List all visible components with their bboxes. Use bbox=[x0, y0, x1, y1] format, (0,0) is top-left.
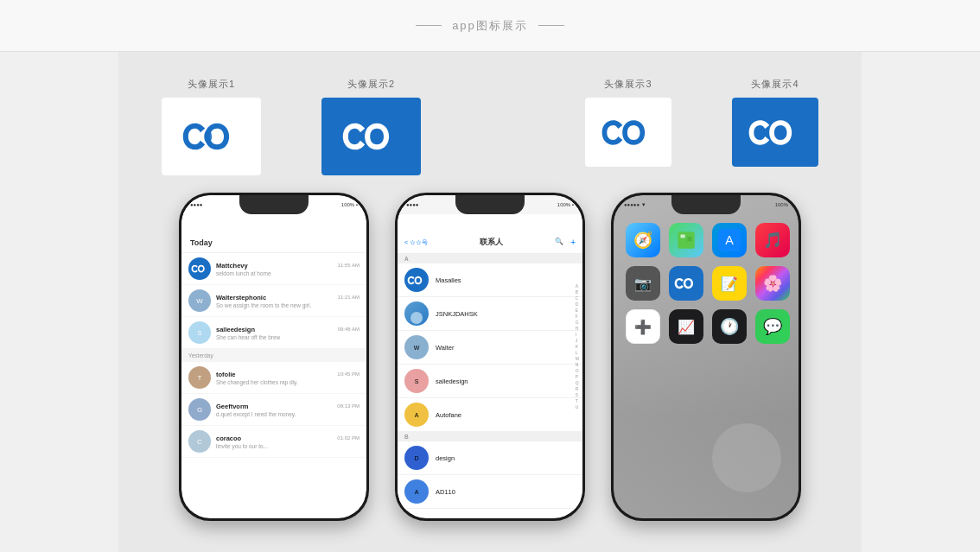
chat-avatar-3: S bbox=[188, 321, 211, 344]
app-appstore[interactable]: A bbox=[712, 223, 747, 257]
avatar-label-3: 头像展示3 bbox=[604, 78, 652, 91]
svg-text:A: A bbox=[725, 233, 734, 247]
contact-screen: < ☆☆号 联系人 🔍 + A Masalles bbox=[398, 214, 582, 509]
chat-preview-5: d.quet except I need the money. bbox=[216, 411, 360, 417]
chat-item-4[interactable]: T tofolie 10:45 PM She changed her cloth… bbox=[181, 362, 366, 394]
app-messages[interactable]: 💬 bbox=[755, 309, 790, 344]
title-bar: app图标展示 bbox=[0, 0, 980, 52]
chat-name-4: tofolie bbox=[216, 371, 236, 378]
contact-item-6[interactable]: D design bbox=[398, 441, 582, 475]
avatar-label-4: 头像展示4 bbox=[751, 78, 799, 91]
contact-name-6: design bbox=[436, 454, 455, 462]
avatar-box-1 bbox=[162, 98, 261, 175]
app-stocks[interactable]: 📈 bbox=[669, 309, 703, 344]
avatar-item-1: 头像展示1 bbox=[162, 78, 261, 175]
app-camera[interactable]: 📷 bbox=[626, 266, 660, 301]
phone-1: ●●●● 100% ▪ Today Mattchevy 11:55 AM bbox=[179, 193, 369, 521]
avatar-label-2: 头像展示2 bbox=[347, 78, 395, 91]
chat-item-5[interactable]: G Geeftvorm 08:13 PM d.quet except I nee… bbox=[181, 394, 366, 426]
chat-preview-6: linvite you to our to... bbox=[216, 443, 360, 449]
chat-name-1: Mattchevy bbox=[216, 262, 248, 270]
app-clock[interactable]: 🕐 bbox=[712, 309, 747, 344]
chat-avatar-6: C bbox=[188, 430, 211, 453]
contact-name-4: salledesign bbox=[436, 378, 468, 385]
phone2-status-left: ●●●● bbox=[406, 202, 419, 207]
phones-section: ●●●● 100% ▪ Today Mattchevy 11:55 AM bbox=[144, 193, 836, 521]
avatar-box-4 bbox=[732, 98, 818, 167]
app-safari[interactable]: 🧭 bbox=[626, 223, 660, 257]
chat-avatar-5: G bbox=[188, 398, 211, 421]
chat-info-1: Mattchevy 11:55 AM seldom lunch at home bbox=[216, 262, 360, 276]
avatar-showcase: 头像展示1 头像展示2 bbox=[144, 69, 836, 184]
alpha-index: ABCDE FGHIJ KLMNO PQRST U bbox=[576, 283, 579, 409]
chat-preview-2: So we assign the room to the new girl. bbox=[216, 302, 360, 308]
chat-preview-4: She changed her clothes rap dly. bbox=[216, 379, 360, 385]
chat-name-6: coracoo bbox=[216, 435, 241, 442]
phone-3-notch bbox=[671, 195, 741, 214]
phone1-status-left: ●●●● bbox=[190, 202, 203, 207]
right-avatar-group: 头像展示3 头像展示4 bbox=[585, 78, 818, 167]
chat-avatar-1 bbox=[188, 257, 211, 280]
chat-time-5: 08:13 PM bbox=[337, 403, 360, 409]
page-title: app图标展示 bbox=[452, 18, 528, 34]
contact-section-a: A bbox=[398, 254, 582, 263]
phone3-status-right: 100% bbox=[775, 202, 788, 207]
chat-time-2: 11:21 AM bbox=[338, 295, 360, 300]
phone-3: ●●●●● ▼ 100% 🧭 A 🎵 📷 bbox=[611, 193, 801, 521]
contact-name-2: JSNKJDAHSK bbox=[436, 310, 478, 318]
chat-time-6: 01:02 PM bbox=[337, 435, 360, 441]
contact-search-icon[interactable]: 🔍 bbox=[555, 238, 563, 247]
phone-2: ●●●● 100% ▪ < ☆☆号 联系人 🔍 + A bbox=[395, 193, 585, 521]
chat-name-5: Geeftvorm bbox=[216, 403, 249, 410]
svg-rect-1 bbox=[678, 232, 695, 249]
avatar-label-1: 头像展示1 bbox=[188, 78, 235, 91]
contact-name-7: AD110 bbox=[436, 488, 455, 496]
chat-info-4: tofolie 10:45 PM She changed her clothes… bbox=[216, 371, 360, 385]
app-music[interactable]: 🎵 bbox=[755, 223, 790, 257]
chat-preview-1: seldom lunch at home bbox=[216, 270, 360, 276]
contact-name-3: Walter bbox=[436, 344, 454, 352]
app-health[interactable]: ➕ bbox=[626, 309, 660, 344]
left-avatar-group: 头像展示1 头像展示2 bbox=[162, 78, 421, 175]
chat-name-3: salleedesign bbox=[216, 326, 255, 333]
chat-item-6[interactable]: C coracoo 01:02 PM linvite you to our to… bbox=[181, 426, 366, 458]
contact-item-1[interactable]: Masalles bbox=[398, 263, 582, 297]
phone-3-screen: ●●●●● ▼ 100% 🧭 A 🎵 📷 bbox=[614, 195, 799, 518]
contact-avatar-7: A bbox=[404, 479, 429, 504]
contact-nav-back[interactable]: < ☆☆号 bbox=[404, 238, 428, 247]
svg-rect-3 bbox=[687, 237, 691, 241]
contact-name-1: Masalles bbox=[436, 276, 461, 284]
co-logo-2 bbox=[341, 115, 402, 158]
chat-info-5: Geeftvorm 08:13 PM d.quet except I need … bbox=[216, 403, 360, 417]
contact-avatar-1 bbox=[404, 268, 429, 292]
phone-2-screen: ●●●● 100% ▪ < ☆☆号 联系人 🔍 + A bbox=[398, 195, 582, 518]
svg-rect-2 bbox=[681, 235, 685, 238]
chat-item-1[interactable]: Mattchevy 11:55 AM seldom lunch at home bbox=[181, 253, 366, 285]
app-maps[interactable] bbox=[669, 223, 703, 257]
chat-section-yesterday: Yesterday bbox=[181, 349, 366, 362]
avatar-item-3: 头像展示3 bbox=[585, 78, 671, 167]
contact-item-3[interactable]: W Walter bbox=[398, 331, 582, 365]
co-logo-3 bbox=[601, 113, 657, 152]
contact-nav-title: 联系人 bbox=[480, 237, 503, 248]
chat-info-2: Walterstephonic 11:21 AM So we assign th… bbox=[216, 294, 360, 308]
contact-item-4[interactable]: S salledesign bbox=[398, 365, 582, 398]
app-photos[interactable]: 🌸 bbox=[755, 266, 790, 301]
chat-info-3: salleedesign 09:48 AM She can hear off t… bbox=[216, 326, 360, 340]
contact-add-icon[interactable]: + bbox=[570, 238, 576, 247]
phone-2-notch bbox=[455, 195, 525, 214]
contact-avatar-5: A bbox=[404, 403, 429, 427]
contact-item-2[interactable]: JSNKJDAHSK bbox=[398, 297, 582, 331]
contact-name-5: Autofane bbox=[436, 411, 461, 419]
chat-item-3[interactable]: S salleedesign 09:48 AM She can hear off… bbox=[181, 317, 366, 349]
avatar-item-4: 头像展示4 bbox=[732, 78, 818, 167]
app-co[interactable] bbox=[669, 266, 703, 301]
chat-header: Today bbox=[181, 214, 366, 253]
chat-screen: Today Mattchevy 11:55 AM seldom lunch at… bbox=[181, 214, 366, 458]
app-notes[interactable]: 📝 bbox=[712, 266, 747, 301]
chat-avatar-2: W bbox=[188, 289, 211, 312]
phone-1-notch bbox=[239, 195, 309, 214]
chat-item-2[interactable]: W Walterstephonic 11:21 AM So we assign … bbox=[181, 285, 366, 317]
contact-item-5[interactable]: A Autofane bbox=[398, 398, 582, 432]
contact-item-7[interactable]: A AD110 bbox=[398, 475, 582, 509]
